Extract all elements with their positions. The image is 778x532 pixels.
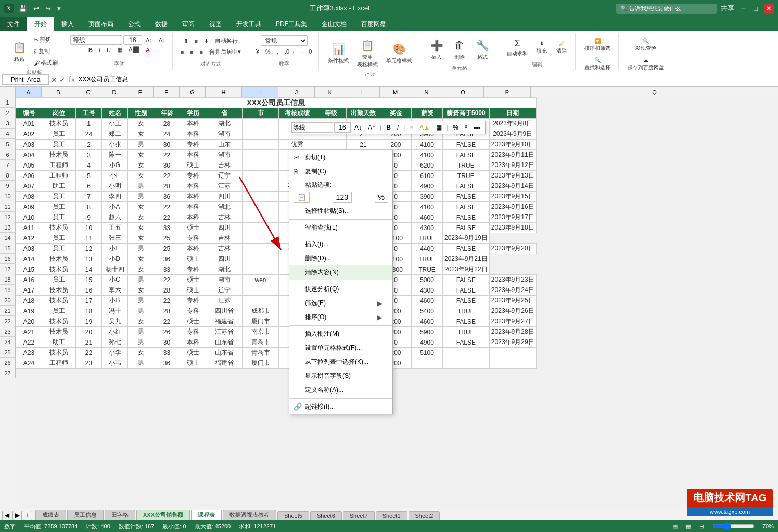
table-row[interactable]: A09员工8小A女22本科湖北及格2204100FALSE2023年9月16日 (16, 202, 537, 212)
table-row[interactable]: A21技术员20小红男26专科江苏省南京市78及格212005900TRUE20… (16, 327, 537, 337)
ctx-filter[interactable]: 筛选(E) ▶ (289, 296, 392, 310)
ctx-dropdown-list[interactable]: 从下拉列表中选择(K)... (289, 355, 392, 369)
sheet-tab-成绩表[interactable]: 成绩表 (35, 510, 66, 520)
status-view-normal[interactable]: ▤ (672, 523, 678, 530)
table-row[interactable]: A18技术员17小B男22专科江苏及格2304600FALSE2023年9月25… (16, 296, 537, 306)
col-H[interactable]: H (206, 87, 242, 97)
table-row[interactable]: A04技术员3陈一女22本科湖南良好212004100FALSE2023年9月1… (16, 150, 537, 160)
clear-btn[interactable]: 🧹 清除 (552, 38, 571, 57)
wrap-text-btn[interactable]: 自动换行 (212, 35, 240, 46)
col-Q[interactable]: Q (531, 87, 778, 97)
col-L[interactable]: L (346, 87, 380, 97)
discover-btn[interactable]: 🔍 发现查验 (632, 35, 660, 55)
cell-styles-btn[interactable]: 🎨 单元格样式 (382, 39, 416, 67)
table-row[interactable]: A10员工9赵六女22本科吉林及格2204600FALSE2023年9月17日 (16, 212, 537, 223)
col-I[interactable]: I (242, 87, 278, 97)
tab-formula[interactable]: 公式 (121, 17, 148, 31)
ctx-paste-icons[interactable]: 📋 123 % (289, 191, 392, 204)
sheet-tab-sheet6[interactable]: Sheet6 (310, 511, 342, 520)
ctx-paste-special[interactable]: 选择性粘贴(S)... (289, 204, 392, 218)
align-left-btn[interactable]: ≡ (178, 47, 186, 57)
col-D[interactable]: D (101, 87, 127, 97)
merge-center-btn[interactable]: 合并后居中▾ (207, 46, 244, 57)
undo-quick-btn[interactable]: ↩ (31, 4, 41, 14)
mini-font-name[interactable] (291, 122, 333, 133)
mini-font-size[interactable] (334, 122, 351, 133)
sheet-next-btn[interactable]: ▶ (12, 511, 22, 520)
col-P[interactable]: P (484, 87, 531, 97)
tab-home[interactable]: 开始 (27, 17, 54, 31)
align-middle-btn[interactable]: ≡ (192, 36, 200, 46)
ctx-insert-comment[interactable]: 插入批注(M) (289, 327, 392, 341)
align-top-btn[interactable]: ⬆ (181, 36, 191, 46)
sheet-add-btn[interactable]: + (23, 511, 32, 520)
ctx-define-name[interactable]: 定义名称(A)... (289, 383, 392, 397)
table-format-btn[interactable]: 📋 套用表格样式 (353, 35, 381, 71)
zoom-slider[interactable] (712, 522, 754, 530)
table-row[interactable]: A03员工2小张男30专科山东优秀212004100FALSE2023年9月10… (16, 140, 537, 150)
font-color-btn[interactable]: A (143, 45, 152, 55)
mini-more-btn[interactable]: ▪▪▪ (471, 122, 483, 133)
ctx-format-cell[interactable]: 设置单元格格式(F)... (289, 341, 392, 355)
align-bottom-btn[interactable]: ⬇ (201, 36, 211, 46)
tab-data[interactable]: 数据 (148, 17, 175, 31)
copy-btn[interactable]: ⎘ 复制 (31, 46, 60, 57)
table-row[interactable]: A22助工21孙七男30本科山东省青岛市88良好2604900FALSE2023… (16, 337, 537, 348)
ctx-insert[interactable]: 插入(I)... (289, 237, 392, 251)
tab-insert[interactable]: 插入 (54, 17, 81, 31)
mini-bold-btn[interactable]: B (384, 122, 393, 133)
mini-percent-btn[interactable]: % (450, 122, 461, 133)
sheet-tab-课程表[interactable]: 课程表 (191, 510, 222, 520)
redo-quick-btn[interactable]: ↪ (43, 4, 53, 14)
fill-btn[interactable]: ⬇ 填充 (532, 38, 551, 57)
sheet-tab-xxx公司销售额[interactable]: XXX公司销售额 (136, 510, 190, 520)
currency-btn[interactable]: ¥ (253, 47, 262, 56)
confirm-formula-btn[interactable]: ✓ (59, 75, 66, 84)
tab-developer[interactable]: 开发工具 (229, 17, 269, 31)
ctx-phonetic[interactable]: 显示拼音字段(S) (289, 369, 392, 383)
font-name-input[interactable] (70, 35, 122, 45)
mini-dec-btn[interactable]: ⁰ (462, 122, 470, 133)
minimize-btn[interactable]: ─ (738, 4, 747, 14)
mini-font-inc-btn[interactable]: A↑ (365, 122, 378, 133)
status-view-layout[interactable]: ▦ (686, 523, 691, 530)
col-G[interactable]: G (180, 87, 206, 97)
tab-file[interactable]: 文件 (0, 17, 27, 31)
bold-btn[interactable]: B (86, 45, 95, 55)
ctx-hyperlink[interactable]: 🔗 超链接(I)... (289, 400, 392, 414)
ctx-cut[interactable]: ✂ 剪切(T) (289, 150, 392, 164)
col-A[interactable]: A (16, 87, 42, 97)
format-painter-btn[interactable]: 🖌 格式刷 (31, 57, 60, 68)
sheet-tab-sheet1[interactable]: Sheet1 (376, 511, 407, 520)
mini-fill-btn[interactable]: A▲ (417, 122, 432, 133)
mini-align-btn[interactable]: ≡ (407, 122, 416, 133)
conditional-format-btn[interactable]: 📊 条件格式 (324, 39, 352, 67)
percent-btn[interactable]: % (263, 47, 273, 56)
font-size-inc-btn[interactable]: A↑ (143, 35, 155, 45)
insert-cell-btn[interactable]: ➕ 插入 (426, 35, 448, 64)
paste-btn[interactable]: 📋 粘贴 (8, 37, 30, 66)
status-view-page[interactable]: ⊟ (699, 523, 704, 530)
find-select-btn[interactable]: 🔍 查找和选择 (581, 55, 614, 74)
mini-font-dec-btn[interactable]: A↓ (352, 122, 364, 133)
delete-cell-btn[interactable]: 🗑 删除 (449, 35, 470, 64)
cut-btn[interactable]: ✂ 剪切 (31, 34, 60, 45)
align-right-btn[interactable]: ≡ (197, 47, 206, 57)
paste-option-1[interactable]: 📋 (294, 192, 310, 203)
table-area[interactable]: XXX公司员工信息 编号 岗位 工号 姓名 性别 年龄 学历 省 市 考核成绩 … (16, 97, 778, 508)
col-F[interactable]: F (154, 87, 180, 97)
mini-border-btn[interactable]: ▦ (433, 122, 444, 133)
sheet-tab-sheet2[interactable]: Sheet2 (409, 511, 440, 520)
table-row[interactable]: A17技术员16李六女28硕士辽宁良好2304300FALSE2023年9月24… (16, 285, 537, 296)
table-row[interactable]: A24工程师23小韦男36硕士福建省厦门市78及格28200 (16, 358, 537, 369)
sort-filter-btn[interactable]: 🔽 排序和筛选 (581, 35, 614, 55)
ctx-sort[interactable]: 排序(O) ▶ (289, 310, 392, 324)
sheet-tab-田字格[interactable]: 田字格 (105, 510, 135, 520)
ctx-smart-find[interactable]: 智能查找(L) (289, 221, 392, 235)
table-row[interactable]: A03员工12小E男25本科吉林不及格2204400FALSE2023年9月20… (16, 244, 537, 254)
font-size-input[interactable] (123, 35, 142, 45)
table-row[interactable]: A23技术员22小李女33硕士山东省青岛市67良好262005100 (16, 348, 537, 358)
table-row[interactable]: A11技术员10王五女33硕士四川良好2204300FALSE2023年9月18… (16, 223, 537, 233)
sheet-tab-数据透视表教程[interactable]: 数据透视表教程 (223, 510, 276, 520)
col-C[interactable]: C (75, 87, 101, 97)
